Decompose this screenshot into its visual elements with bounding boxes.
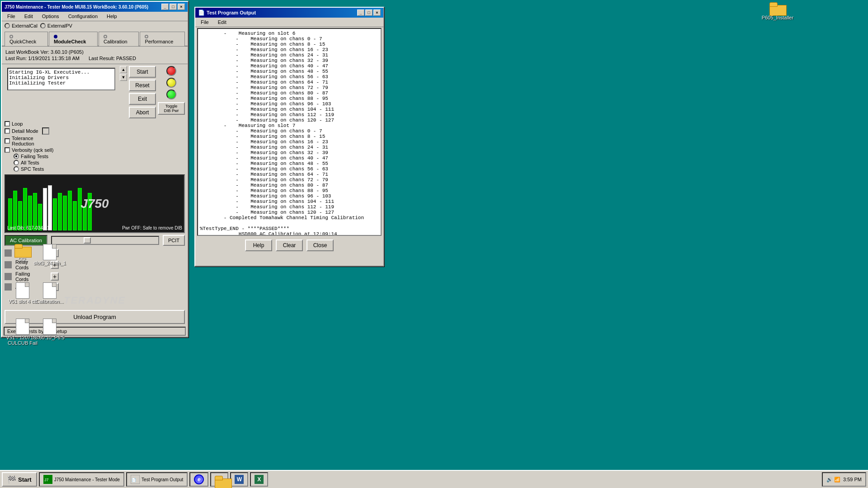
desktop-icon-p605installer[interactable]: P605_Installer	[760, 2, 796, 20]
loop-checkbox[interactable]	[5, 121, 10, 127]
exit-button[interactable]: Exit	[129, 93, 156, 105]
abort-button[interactable]: Abort	[129, 107, 156, 118]
maximize-button[interactable]: □	[170, 4, 177, 10]
all-tests-label: All Tests	[21, 160, 39, 165]
output-window: 📄 Test Program Output _ □ × File Edit - …	[194, 7, 384, 267]
taskbar-output-app[interactable]: 📄 Test Program Output	[126, 472, 188, 487]
failing-tests-label: Failing Tests	[21, 154, 48, 159]
detail-mode-checkbox[interactable]	[5, 128, 10, 134]
tab-modulecheck[interactable]: ModuleCheck	[49, 32, 98, 46]
pcit-button[interactable]: PCIT	[163, 235, 185, 246]
toggle-dib-button[interactable]: ToggleDIB Pwr	[158, 102, 185, 115]
slot-bar-12	[63, 196, 67, 230]
scroll-up-button[interactable]: ▲	[120, 66, 127, 73]
failing-cords-label: FailingCords	[15, 271, 47, 282]
last-result-info: Last Result: PASSED	[89, 56, 136, 61]
menu-options[interactable]: Options	[39, 13, 62, 20]
v51fail-doc-icon	[16, 319, 29, 335]
yellow-light	[166, 78, 176, 88]
tab-quickcheck[interactable]: QuickCheck	[5, 32, 48, 46]
j750-taskbar-icon: J7	[43, 475, 52, 484]
slot-bar-10	[53, 198, 57, 230]
log-area[interactable]: Starting IG-XL Executive... Initializing…	[7, 68, 115, 90]
j750-app-icon: J7	[43, 475, 52, 484]
log-line-3: Initializing Tester	[9, 80, 113, 86]
windows-flag-icon: 🏁	[7, 475, 16, 484]
start-button[interactable]: Start	[129, 66, 156, 78]
log-controls-area: Starting IG-XL Executive... Initializing…	[2, 64, 188, 120]
taskbar: 🏁 Start J7 J750 Maintenance - Tester Mod…	[0, 470, 868, 488]
external-pv-tab[interactable]: ExternalPV	[40, 23, 72, 28]
verbosity-checkbox[interactable]	[5, 147, 10, 153]
tolerance-checkbox[interactable]	[5, 138, 10, 144]
spc-tests-radio[interactable]	[14, 166, 19, 172]
calibration-slider[interactable]	[51, 236, 159, 245]
output-taskbar-label: Test Program Output	[142, 477, 183, 482]
excel-taskbar-icon: X	[255, 475, 264, 484]
output-menu-edit[interactable]: Edit	[215, 19, 229, 26]
clear-button[interactable]: Clear	[276, 239, 303, 251]
svg-text:J7: J7	[44, 478, 49, 482]
output-maximize-button[interactable]: □	[365, 9, 373, 16]
verbosity-label: Verbosity (qck sell)	[12, 147, 53, 153]
calibration-icon-label: Calibration...	[36, 299, 64, 304]
log-scroll-controls: ▲ ▼	[120, 66, 127, 118]
red-light	[166, 66, 176, 76]
taskbar-excel-app[interactable]: X	[250, 472, 268, 487]
menu-file[interactable]: File	[5, 13, 18, 20]
help-button[interactable]: Help	[245, 239, 272, 251]
menu-configuration[interactable]: Configuration	[66, 13, 100, 20]
tab-calibration[interactable]: Calibration	[99, 32, 139, 46]
reset-button[interactable]: Reset	[129, 80, 156, 91]
detail-mode-label: Detail Mode	[12, 128, 38, 134]
slider-thumb	[84, 237, 91, 244]
info-row-1: Last WorkBook Ver: 3.60.10 (P605)	[5, 49, 184, 55]
slot3-icon-label: slot3_24Jan_1	[33, 260, 66, 266]
failing-cords-plus[interactable]: +	[51, 272, 59, 281]
taskbar-j750-app[interactable]: J7 J750 Maintenance - Tester Mode	[39, 472, 124, 487]
output-icon: 📄	[198, 9, 205, 16]
excel-icon: X	[255, 475, 264, 484]
p605installer-folder-icon	[769, 2, 786, 15]
green-light	[166, 89, 176, 99]
menu-edit[interactable]: Edit	[22, 13, 36, 20]
taskbar-ie-app[interactable]: e	[189, 472, 208, 487]
external-cal-tab[interactable]: ExternalCal	[5, 23, 38, 28]
output-title: Test Program Output	[207, 10, 256, 15]
main-buttons: Start Reset Exit Abort	[129, 66, 156, 118]
last-run-info: Last Run: 1/19/2021 11:35:18 AM	[5, 56, 80, 61]
output-menu-file[interactable]: File	[198, 19, 212, 26]
pwr-info-display: Pwr OFF: Safe to remove DIB	[122, 225, 182, 230]
desktop-icon-calibration[interactable]: Calibration...	[32, 282, 68, 304]
tab-performance[interactable]: Performance	[140, 32, 185, 46]
failing-tests-radio[interactable]	[14, 154, 19, 159]
tolerance-label: ToleranceReduction	[12, 136, 34, 146]
slot-bar-4	[23, 188, 27, 230]
workbook-info: Last WorkBook Ver: 3.60.10 (P605)	[5, 49, 84, 55]
close-output-button[interactable]: Close	[307, 239, 334, 251]
output-text-area[interactable]: - Measuring on slot 6 - Measuring on cha…	[197, 28, 382, 236]
desktop-icon-slot3[interactable]: slot3_24Jan_1	[32, 244, 68, 266]
scroll-down-button[interactable]: ▼	[120, 74, 127, 81]
start-button[interactable]: 🏁 Start	[2, 472, 37, 487]
loop-row: Loop	[5, 121, 185, 127]
output-taskbar-icon: 📄	[131, 475, 140, 484]
output-minimize-button[interactable]: _	[357, 9, 364, 16]
desktop-icon-p605[interactable]: 3.60.10_P6.5	[32, 319, 68, 340]
taskbar-word-app[interactable]: W	[230, 472, 248, 487]
all-tests-radio[interactable]	[14, 160, 19, 165]
close-button[interactable]: ×	[178, 4, 185, 10]
quickcheck-radio-dot	[9, 35, 13, 38]
external-pv-radio	[40, 23, 46, 28]
failing-cords-row: FailingCords +	[5, 271, 185, 282]
clock-time: 3:59 PM	[843, 477, 862, 482]
tab-row-1: ExternalCal ExternalPV	[2, 21, 188, 29]
output-close-button[interactable]: ×	[373, 9, 381, 16]
external-pv-label: ExternalPV	[47, 23, 72, 28]
menu-help[interactable]: Help	[104, 13, 120, 20]
taskbar-folder-app[interactable]	[210, 472, 228, 487]
ie-icon: e	[194, 474, 204, 484]
minimize-button[interactable]: _	[161, 4, 169, 10]
main-window-controls: _ □ ×	[161, 4, 185, 10]
options-checkboxes: Loop Detail Mode ToleranceReduction Verb…	[2, 120, 188, 173]
